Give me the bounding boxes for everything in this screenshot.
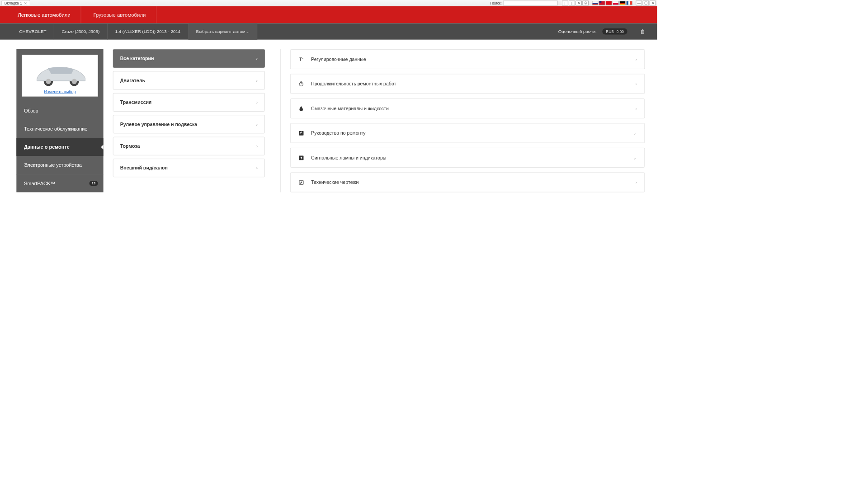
category-label: Двигатель xyxy=(120,78,145,83)
nav-tab-trucks[interactable]: Грузовые автомобили xyxy=(83,6,156,23)
flag-de-icon[interactable] xyxy=(619,1,626,5)
svg-point-5 xyxy=(299,82,303,86)
chevron-right-icon: › xyxy=(635,81,637,86)
category-label: Трансмиссия xyxy=(120,99,152,105)
svg-point-2 xyxy=(46,79,51,84)
panel-label: Продолжительность ремонтных работ xyxy=(311,81,628,86)
chevron-right-icon: › xyxy=(635,106,637,111)
category-all[interactable]: Все категории › xyxy=(113,49,265,68)
panel-label: Технические чертежи xyxy=(311,179,628,185)
sidebar-item-maintenance[interactable]: Техническое обслуживание xyxy=(16,120,103,138)
category-brakes[interactable]: Тормоза › xyxy=(113,137,265,155)
category-transmission[interactable]: Трансмиссия › xyxy=(113,93,265,112)
panel-repair-manuals[interactable]: Руководства по ремонту ⌄ xyxy=(290,123,645,143)
app-close-icon[interactable]: ✕ xyxy=(650,0,656,5)
sidebar-item-electronics[interactable]: Электронные устройства xyxy=(16,156,103,174)
change-vehicle-link[interactable]: Изменить выбор xyxy=(44,89,75,94)
manual-icon xyxy=(298,131,304,136)
flag-fr-icon[interactable] xyxy=(626,1,632,5)
window-button[interactable]: | xyxy=(569,0,575,5)
estimate-label: Оценочный расчет xyxy=(558,29,597,34)
chevron-right-icon: › xyxy=(256,56,258,61)
print-icon[interactable]: ⎙ xyxy=(582,0,589,5)
chevron-right-icon: › xyxy=(635,180,637,185)
panel-label: Сигнальные лампы и индикаторы xyxy=(311,155,626,160)
vehicle-image xyxy=(31,58,89,87)
category-label: Все категории xyxy=(120,56,154,61)
estimate-currency: RUB xyxy=(606,29,614,33)
window-tabbar: Вкладка 1 ✕ Поиск: | | ✕ ⎙ xyxy=(0,0,657,6)
chevron-right-icon: › xyxy=(635,56,637,61)
category-engine[interactable]: Двигатель › xyxy=(113,71,265,89)
chevron-right-icon: › xyxy=(256,144,258,149)
svg-point-3 xyxy=(72,79,77,84)
sidebar-item-label: Данные о ремонте xyxy=(24,144,70,150)
chevron-down-icon: ⌄ xyxy=(633,155,637,160)
chevron-right-icon: › xyxy=(256,100,258,105)
primary-nav: Легковые автомобили Грузовые автомобили xyxy=(0,6,657,23)
vehicle-card: Изменить выбор xyxy=(22,55,98,96)
search-label: Поиск: xyxy=(490,1,501,5)
close-tab-icon[interactable]: ✕ xyxy=(24,1,27,5)
panel-adjustments[interactable]: Регулировочные данные › xyxy=(290,49,645,69)
category-steering[interactable]: Рулевое управление и подвеска › xyxy=(113,115,265,133)
panel-label: Руководства по ремонту xyxy=(311,130,626,136)
panel-lubricants[interactable]: Смазочные материалы и жидкости › xyxy=(290,99,645,118)
chevron-right-icon: › xyxy=(256,78,258,83)
svg-rect-4 xyxy=(302,58,303,59)
svg-point-8 xyxy=(301,156,302,158)
trash-icon[interactable]: 🗑 xyxy=(640,28,645,34)
sidebar-item-label: Электронные устройства xyxy=(24,163,82,168)
panel-label: Регулировочные данные xyxy=(311,56,628,62)
sidebar-item-repair-data[interactable]: Данные о ремонте xyxy=(16,138,103,156)
chevron-right-icon: › xyxy=(256,165,258,170)
browser-tab-title: Вкладка 1 xyxy=(5,1,22,5)
nav-tab-cars[interactable]: Легковые автомобили xyxy=(8,6,81,23)
category-list: Все категории › Двигатель › Трансмиссия … xyxy=(113,49,265,177)
breadcrumb-variant[interactable]: Выбрать вариант автом… xyxy=(189,23,257,39)
window-button[interactable]: | xyxy=(562,0,568,5)
search-input[interactable] xyxy=(503,0,558,5)
breadcrumb-model[interactable]: Cruze (J300, J305) xyxy=(54,23,108,39)
breadcrumb-engine[interactable]: 1.4 (A14XER (LDD)) 2013 - 2014 xyxy=(108,23,189,39)
warning-icon xyxy=(298,155,304,160)
svg-rect-9 xyxy=(301,158,302,159)
minimize-icon[interactable]: — xyxy=(636,0,642,5)
sidebar-item-smartpack[interactable]: SmartPACK™ 13 xyxy=(16,174,103,192)
sidebar-item-label: SmartPACK™ xyxy=(24,181,55,186)
panel-repair-times[interactable]: Продолжительность ремонтных работ › xyxy=(290,74,645,94)
chevron-right-icon: › xyxy=(256,122,258,127)
flag-pl-icon[interactable] xyxy=(613,1,619,5)
browser-tab[interactable]: Вкладка 1 ✕ xyxy=(1,0,30,5)
drop-icon xyxy=(298,106,304,111)
sidebar-item-label: Техническое обслуживание xyxy=(24,126,87,131)
left-sidebar: Изменить выбор Обзор Техническое обслужи… xyxy=(16,49,103,192)
window-close-icon[interactable]: ✕ xyxy=(576,0,582,5)
panel-tech-drawings[interactable]: Технические чертежи › xyxy=(290,173,645,192)
adjust-icon xyxy=(298,56,304,62)
breadcrumb-brand[interactable]: CHEVROLET xyxy=(12,23,54,39)
category-body[interactable]: Внешний вид/салон › xyxy=(113,159,265,177)
estimate-amount: 0,00 xyxy=(617,29,624,33)
content-area: Изменить выбор Обзор Техническое обслужи… xyxy=(0,40,657,192)
category-label: Рулевое управление и подвеска xyxy=(120,122,197,127)
svg-rect-6 xyxy=(299,131,303,136)
panel-label: Смазочные материалы и жидкости xyxy=(311,106,628,111)
flag-ru-icon[interactable] xyxy=(592,1,599,5)
maximize-icon[interactable]: ▢ xyxy=(643,0,649,5)
category-label: Тормоза xyxy=(120,143,140,149)
sidebar-badge: 13 xyxy=(89,181,98,186)
timer-icon xyxy=(298,81,304,86)
topic-list: Регулировочные данные › Продолжительност… xyxy=(290,49,645,192)
chevron-down-icon: ⌄ xyxy=(633,131,637,136)
breadcrumb-bar: CHEVROLET Cruze (J300, J305) 1.4 (A14XER… xyxy=(0,23,657,39)
drawing-icon xyxy=(298,180,304,185)
category-label: Внешний вид/салон xyxy=(120,165,168,171)
estimate-pill[interactable]: RUB 0,00 xyxy=(603,28,627,35)
panel-warning-lights[interactable]: Сигнальные лампы и индикаторы ⌄ xyxy=(290,148,645,168)
sidebar-item-overview[interactable]: Обзор xyxy=(16,102,103,120)
flag-gb-icon[interactable] xyxy=(599,1,605,5)
sidebar-item-label: Обзор xyxy=(24,108,38,113)
flag-tr-icon[interactable] xyxy=(606,1,612,5)
